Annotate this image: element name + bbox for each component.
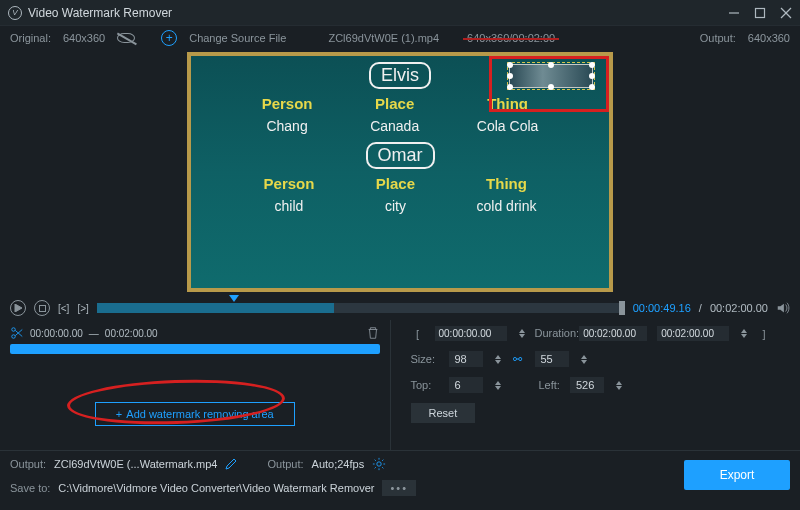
add-button-label: Add watermark removing area [126,408,273,420]
change-source-link[interactable]: Change Source File [189,32,286,44]
close-button[interactable] [780,7,792,19]
output-format-label: Output: [267,458,303,470]
source-bar: Original: 640x360 + Change Source File Z… [0,26,800,50]
preview-name-1: Elvis [369,62,431,89]
col-header: Person [264,175,315,192]
time-end-field[interactable]: 00:02:00.00 [657,326,729,341]
clip-panel: 00:00:00.00 — 00:02:00.00 + Add watermar… [0,320,390,450]
resize-handle[interactable] [507,73,513,79]
source-dims-time: 640x360/00:02:00 [467,32,555,44]
current-time: 00:00:49.16 [633,302,691,314]
svg-rect-1 [756,8,765,17]
preview-visibility-icon[interactable] [117,33,135,43]
time-start-field[interactable]: 00:00:00.00 [435,326,507,341]
add-source-icon[interactable]: + [161,30,177,46]
output-format-value: Auto;24fps [312,458,365,470]
total-time: 00:02:00.00 [710,302,768,314]
svg-point-5 [12,328,16,332]
settings-icon[interactable] [372,457,386,471]
size-height-field[interactable]: 55 [535,351,569,367]
timeline-scrubber[interactable] [97,303,625,313]
transport-bar: [<] [>] 00:00:49.16/00:02:00.00 [0,296,800,320]
output-label: Output: [700,32,736,44]
volume-icon[interactable] [776,301,790,315]
original-dims: 640x360 [63,32,105,44]
play-button[interactable] [10,300,26,316]
size-width-field[interactable]: 98 [449,351,483,367]
edit-output-icon[interactable] [225,458,237,470]
spinner[interactable] [741,329,747,338]
reset-button[interactable]: Reset [411,403,476,423]
clip-sep: — [89,328,99,339]
resize-handle[interactable] [507,62,513,68]
col-value: cold drink [477,198,537,214]
preview-name-2: Omar [366,142,435,169]
output-file-value: ZCl69dVtW0E (...Watermark.mp4 [54,458,217,470]
maximize-button[interactable] [754,7,766,19]
size-label: Size: [411,353,439,365]
prev-frame-button[interactable]: [<] [58,303,69,314]
minimize-button[interactable] [728,7,740,19]
clip-start: 00:00:00.00 [30,328,83,339]
saveto-path: C:\Vidmore\Vidmore Video Converter\Video… [58,482,374,494]
resize-handle[interactable] [548,62,554,68]
resize-handle[interactable] [507,84,513,90]
duration-label: Duration: [535,327,580,339]
col-value: Cola Cola [477,118,538,134]
saveto-label: Save to: [10,482,50,494]
titlebar: Video Watermark Remover [0,0,800,26]
resize-handle[interactable] [589,73,595,79]
col-header: Place [376,175,415,192]
bracket-in-icon[interactable]: [ [411,327,425,341]
trash-icon[interactable] [366,326,380,340]
params-panel: [ 00:00:00.00 Duration:00:02:00.00 00:02… [390,320,801,450]
col-value: Canada [370,118,419,134]
output-dims: 640x360 [748,32,790,44]
window-controls [728,7,792,19]
export-label: Export [720,468,755,482]
col-header: Thing [487,95,528,112]
svg-marker-4 [15,304,22,312]
add-watermark-area-button[interactable]: + Add watermark removing area [95,402,295,426]
output-file-label: Output: [10,458,46,470]
resize-handle[interactable] [548,84,554,90]
stop-button[interactable] [34,300,50,316]
resize-handle[interactable] [589,84,595,90]
original-label: Original: [10,32,51,44]
spinner[interactable] [495,381,501,390]
browse-button[interactable]: ••• [382,480,416,496]
scissors-icon[interactable] [10,326,24,340]
next-frame-button[interactable]: [>] [77,303,88,314]
link-aspect-icon[interactable]: ⚯ [511,353,525,366]
plus-icon: + [116,408,122,420]
bracket-out-icon[interactable]: ] [757,327,771,341]
video-preview[interactable]: Elvis PersonChang PlaceCanada ThingCola … [187,52,613,292]
export-button[interactable]: Export [684,460,790,490]
spinner[interactable] [616,381,622,390]
top-field[interactable]: 6 [449,377,483,393]
col-header: Thing [486,175,527,192]
col-value: Chang [266,118,307,134]
timeline-end-handle[interactable] [619,301,625,315]
footer: Output: ZCl69dVtW0E (...Watermark.mp4 Ou… [0,450,800,499]
col-header: Person [262,95,313,112]
svg-line-7 [15,330,22,336]
spinner[interactable] [519,329,525,338]
left-field[interactable]: 526 [570,377,604,393]
clip-track[interactable] [10,344,380,354]
spinner[interactable] [495,355,501,364]
source-filename: ZCl69dVtW0E (1).mp4 [328,32,439,44]
app-title: Video Watermark Remover [28,6,728,20]
svg-point-6 [12,335,16,339]
left-label: Left: [539,379,560,391]
watermark-selection-box[interactable] [509,64,593,88]
spinner[interactable] [581,355,587,364]
top-label: Top: [411,379,439,391]
duration-field[interactable]: 00:02:00.00 [579,326,647,341]
col-value: city [385,198,406,214]
resize-handle[interactable] [589,62,595,68]
svg-point-9 [377,462,381,466]
playhead-icon[interactable] [229,295,239,302]
col-value: child [275,198,304,214]
app-logo-icon [8,6,22,20]
